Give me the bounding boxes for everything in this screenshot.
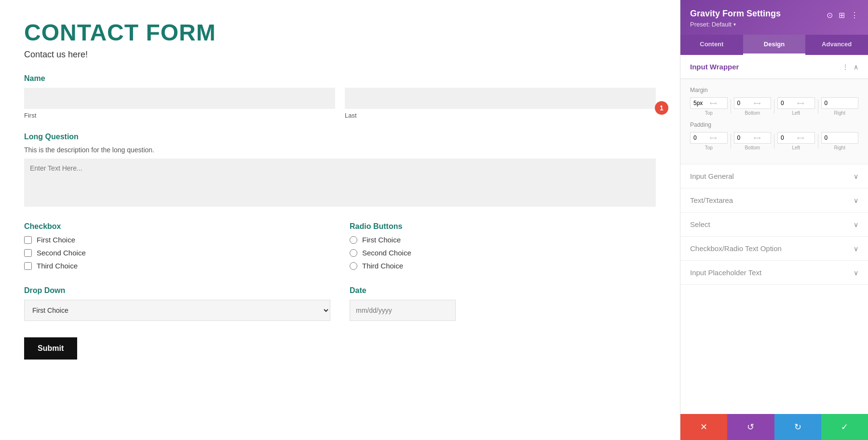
dropdown-select[interactable]: First Choice Second Choice Third Choice bbox=[24, 300, 330, 321]
settings-title: Gravity Form Settings bbox=[690, 9, 781, 19]
padding-left-sublabel: Left bbox=[792, 145, 800, 150]
radio-label: Radio Buttons bbox=[350, 222, 656, 231]
settings-body: Input Wrapper ⋮ ∧ Margin ⟷ bbox=[680, 55, 868, 414]
submit-row: Submit bbox=[24, 333, 656, 360]
divider bbox=[818, 134, 818, 148]
header-title-group: Gravity Form Settings Preset: Default ▾ bbox=[690, 9, 781, 35]
padding-bottom-field: ⟷ Bottom bbox=[734, 132, 772, 150]
text-textarea-section: Text/Textarea ∨ bbox=[680, 188, 868, 213]
padding-right-sublabel: Right bbox=[834, 145, 845, 150]
checkbox-radio-section: Checkbox/Radio Text Option ∨ bbox=[680, 237, 868, 261]
checkbox-first[interactable] bbox=[24, 236, 32, 244]
margin-left-field: ⟷ Left bbox=[777, 97, 815, 116]
undo-button[interactable]: ↺ bbox=[727, 414, 774, 440]
radio-second[interactable] bbox=[350, 249, 357, 257]
text-textarea-header[interactable]: Text/Textarea ∨ bbox=[680, 188, 868, 213]
checkbox-radio-header[interactable]: Checkbox/Radio Text Option ∨ bbox=[680, 237, 868, 261]
chevron-down-icon[interactable]: ∨ bbox=[854, 245, 858, 253]
divider bbox=[774, 134, 774, 148]
padding-left-input[interactable] bbox=[781, 134, 795, 141]
tab-advanced[interactable]: Advanced bbox=[805, 35, 868, 55]
margin-right-sublabel: Right bbox=[834, 110, 845, 116]
radio-second-label: Second Choice bbox=[362, 249, 411, 257]
select-header[interactable]: Select ∨ bbox=[680, 213, 868, 237]
link-icon: ⟷ bbox=[754, 135, 760, 141]
input-general-section: Input General ∨ bbox=[680, 164, 868, 188]
tab-content[interactable]: Content bbox=[680, 35, 743, 55]
long-question-description: This is the description for the long que… bbox=[24, 146, 656, 154]
form-subtitle: Contact us here! bbox=[24, 50, 656, 60]
padding-left-field: ⟷ Left bbox=[777, 132, 815, 150]
margin-left-input[interactable] bbox=[781, 100, 795, 107]
link-icon: ⟷ bbox=[797, 135, 804, 141]
columns-icon[interactable]: ⊞ bbox=[839, 11, 845, 20]
margin-top-field: ⟷ Top bbox=[690, 97, 728, 116]
padding-top-field: ⟷ Top bbox=[690, 132, 728, 150]
padding-bottom-input[interactable] bbox=[737, 134, 752, 141]
cancel-button[interactable]: ✕ bbox=[680, 414, 727, 440]
input-wrapper-header[interactable]: Input Wrapper ⋮ ∧ bbox=[680, 55, 868, 79]
margin-inputs-row: ⟷ Top ⟷ Bottom bbox=[690, 97, 858, 116]
radio-first-label: First Choice bbox=[362, 236, 401, 244]
padding-right-field: Right bbox=[821, 132, 859, 150]
header-icons: ⊙ ⊞ ⋮ bbox=[827, 11, 858, 20]
name-last-input[interactable] bbox=[345, 88, 656, 109]
link-icon: ⟷ bbox=[754, 101, 760, 106]
divider bbox=[731, 99, 731, 114]
settings-header: Gravity Form Settings Preset: Default ▾ … bbox=[680, 0, 868, 35]
list-item: First Choice bbox=[350, 236, 656, 244]
radio-third[interactable] bbox=[350, 262, 357, 270]
input-general-header[interactable]: Input General ∨ bbox=[680, 164, 868, 188]
margin-label: Margin bbox=[690, 87, 858, 93]
padding-top-input[interactable] bbox=[693, 134, 708, 141]
list-item: Third Choice bbox=[24, 262, 330, 270]
chevron-down-icon[interactable]: ∨ bbox=[854, 173, 858, 180]
name-first-input[interactable] bbox=[24, 88, 335, 109]
radio-third-label: Third Choice bbox=[362, 262, 403, 270]
target-icon[interactable]: ⊙ bbox=[827, 11, 833, 20]
redo-button[interactable]: ↻ bbox=[774, 414, 821, 440]
padding-right-input[interactable] bbox=[825, 134, 839, 141]
chevron-up-icon[interactable]: ∧ bbox=[854, 63, 858, 71]
input-wrapper-title: Input Wrapper bbox=[690, 63, 739, 71]
radio-first[interactable] bbox=[350, 236, 357, 244]
link-icon: ⟷ bbox=[797, 101, 804, 106]
padding-right-wrap bbox=[821, 132, 859, 144]
padding-top-wrap: ⟷ bbox=[690, 132, 728, 144]
date-col: Date bbox=[350, 286, 656, 321]
section-more-icon[interactable]: ⋮ bbox=[842, 63, 849, 71]
margin-bottom-input[interactable] bbox=[737, 100, 752, 107]
padding-label: Padding bbox=[690, 121, 858, 128]
long-question-textarea[interactable] bbox=[24, 159, 656, 207]
checkbox-third-label: Third Choice bbox=[37, 262, 78, 270]
margin-top-wrap: ⟷ bbox=[690, 97, 728, 109]
divider bbox=[818, 99, 818, 114]
settings-preset[interactable]: Preset: Default ▾ bbox=[690, 21, 781, 28]
link-icon: ⟷ bbox=[710, 135, 717, 141]
tab-design[interactable]: Design bbox=[743, 35, 806, 55]
margin-bottom-wrap: ⟷ bbox=[734, 97, 772, 109]
confirm-button[interactable]: ✓ bbox=[821, 414, 868, 440]
chevron-down-icon[interactable]: ∨ bbox=[854, 221, 858, 228]
radio-col: Radio Buttons First Choice Second Choice… bbox=[350, 222, 656, 275]
padding-group: Padding ⟷ Top bbox=[690, 121, 858, 150]
margin-right-input[interactable] bbox=[825, 100, 839, 107]
input-wrapper-section: Input Wrapper ⋮ ∧ Margin ⟷ bbox=[680, 55, 868, 164]
undo-icon: ↺ bbox=[747, 422, 754, 432]
dropdown-col: Drop Down First Choice Second Choice Thi… bbox=[24, 286, 330, 321]
date-input[interactable] bbox=[350, 300, 456, 321]
chevron-down-icon[interactable]: ∨ bbox=[854, 197, 858, 204]
submit-button[interactable]: Submit bbox=[24, 337, 77, 360]
header-top-row: Gravity Form Settings Preset: Default ▾ … bbox=[690, 9, 858, 35]
checkbox-third[interactable] bbox=[24, 262, 32, 270]
checkbox-second[interactable] bbox=[24, 249, 32, 257]
more-icon[interactable]: ⋮ bbox=[851, 11, 858, 20]
chevron-down-icon: ▾ bbox=[733, 22, 736, 27]
padding-inputs-row: ⟷ Top ⟷ Bottom bbox=[690, 132, 858, 150]
checkbox-label: Checkbox bbox=[24, 222, 330, 231]
name-label: Name bbox=[24, 74, 656, 83]
margin-top-input[interactable] bbox=[693, 100, 708, 107]
long-question-field-group: Long Question This is the description fo… bbox=[24, 133, 656, 209]
input-placeholder-header[interactable]: Input Placeholder Text ∨ bbox=[680, 261, 868, 285]
chevron-down-icon[interactable]: ∨ bbox=[854, 269, 858, 277]
